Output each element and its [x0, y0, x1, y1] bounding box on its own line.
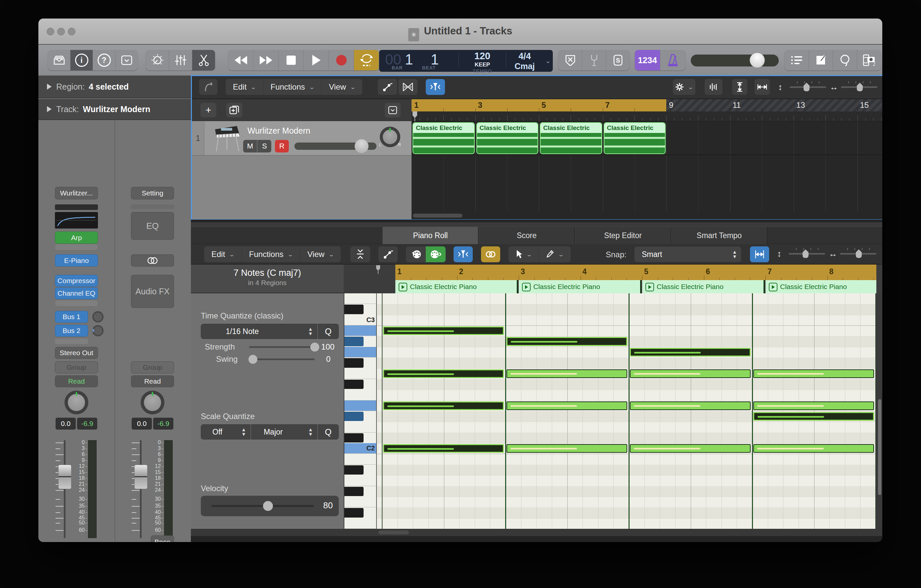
- scale-quantize-apply-button[interactable]: Q: [317, 424, 339, 440]
- velocity-knob[interactable]: [263, 501, 273, 511]
- piano-key-black[interactable]: [344, 357, 377, 368]
- library-button[interactable]: [48, 50, 70, 70]
- piano-key-white[interactable]: [344, 422, 377, 432]
- pan-value[interactable]: 0.0: [55, 418, 76, 430]
- midi-region[interactable]: Classic Electric: [477, 122, 539, 154]
- tracks-horizontal-scrollbar[interactable]: [413, 214, 462, 218]
- piano-key-black[interactable]: [344, 465, 377, 475]
- midi-note[interactable]: [630, 348, 751, 356]
- midi-note[interactable]: [383, 369, 504, 378]
- midi-note[interactable]: [753, 401, 874, 410]
- master-x-button[interactable]: [558, 50, 582, 70]
- midi-note[interactable]: [383, 444, 504, 453]
- time-quantize-dropdown[interactable]: 1/16 Note ▲▼: [201, 324, 317, 339]
- scale-root-dropdown[interactable]: Off ▲▼: [201, 424, 251, 440]
- fader-handle[interactable]: [58, 465, 72, 489]
- midi-note[interactable]: [630, 401, 751, 410]
- notepad-button[interactable]: [809, 50, 833, 70]
- piano-key-white[interactable]: C2: [344, 443, 377, 454]
- patch-name-button[interactable]: Wurlitzer...: [55, 187, 98, 200]
- automation-mode-button[interactable]: Read: [55, 375, 98, 387]
- gain-value[interactable]: -6.9: [77, 418, 97, 430]
- piano-key-white[interactable]: C3: [344, 315, 377, 325]
- piano-key-white[interactable]: [344, 293, 377, 304]
- master-volume-knob[interactable]: [750, 53, 765, 68]
- midi-note[interactable]: [506, 337, 627, 346]
- region-play-icon[interactable]: [399, 283, 407, 291]
- piano-key-black[interactable]: [344, 432, 377, 443]
- tracks-edit-menu[interactable]: Edit⌄: [226, 79, 263, 95]
- tab-score[interactable]: Score: [479, 227, 575, 244]
- pr-catch-playhead-button[interactable]: [454, 246, 473, 262]
- audio-fx-area-button[interactable]: Audio FX: [131, 275, 174, 308]
- midi-note[interactable]: [630, 369, 751, 378]
- piano-key-black-cap[interactable]: [344, 487, 364, 496]
- piano-key-black[interactable]: [344, 486, 377, 497]
- solo-badge-button[interactable]: S: [606, 50, 630, 70]
- record-button[interactable]: [329, 50, 354, 70]
- pr-vertical-scroll-thumb[interactable]: [878, 399, 881, 495]
- track-record-button[interactable]: R: [275, 140, 289, 153]
- region-play-icon[interactable]: [522, 283, 530, 291]
- track-header[interactable]: 1 Wurlitzer Modern M S R L R: [192, 121, 412, 156]
- volume-fader[interactable]: 03691215182124303540455060: [55, 438, 98, 541]
- midi-fx-arpeggiator-button[interactable]: Arp: [55, 232, 98, 244]
- pr-region-header[interactable]: Classic Electric Piano: [642, 280, 765, 293]
- piano-key-black-cap[interactable]: [344, 412, 364, 421]
- midi-note[interactable]: [383, 326, 504, 335]
- track-volume-slider[interactable]: [295, 143, 376, 150]
- piano-key-white[interactable]: [344, 475, 377, 486]
- lcd-mode-chevron[interactable]: ⌄: [543, 50, 553, 72]
- midi-note[interactable]: [753, 369, 874, 378]
- group-button[interactable]: Group: [131, 361, 174, 374]
- pointer-tool-button[interactable]: ⌄: [508, 246, 539, 262]
- track-name[interactable]: Wurlitzer Modern: [247, 126, 310, 136]
- titlebar[interactable]: ✳Untitled 1 - Tracks: [38, 18, 882, 44]
- pr-horizontal-zoom-slider[interactable]: [840, 250, 876, 257]
- piano-key-black[interactable]: [344, 507, 377, 518]
- piano-key-black[interactable]: [344, 304, 377, 315]
- playhead-pin[interactable]: [412, 112, 418, 123]
- tuner-button[interactable]: [582, 50, 606, 70]
- send-bus2-button[interactable]: Bus 2: [55, 325, 88, 337]
- midi-note[interactable]: [383, 401, 504, 410]
- instrument-slot-button[interactable]: E-Piano: [55, 254, 98, 266]
- region-play-icon[interactable]: [646, 283, 654, 291]
- duplicate-track-button[interactable]: [226, 103, 242, 117]
- event-list-button[interactable]: [785, 50, 809, 70]
- vertical-auto-zoom-button[interactable]: [732, 79, 747, 95]
- midi-out-button[interactable]: [406, 246, 426, 262]
- piano-key-white[interactable]: [344, 497, 377, 507]
- automation-mode-button[interactable]: Read: [131, 375, 174, 387]
- rewind-button[interactable]: [228, 50, 254, 70]
- stereo-format-button[interactable]: [131, 254, 174, 266]
- tab-smart-tempo[interactable]: Smart Tempo: [671, 227, 768, 244]
- midi-note[interactable]: [753, 412, 874, 421]
- back-arrow-button[interactable]: [199, 79, 217, 95]
- output-button[interactable]: Stereo Out: [55, 347, 98, 359]
- horizontal-zoom-slider[interactable]: [841, 83, 877, 91]
- media-browser-button[interactable]: ♪: [857, 50, 881, 70]
- automation-button[interactable]: [378, 79, 397, 95]
- send-bus1-button[interactable]: Bus 1: [55, 311, 88, 323]
- pr-edit-menu[interactable]: Edit⌄: [204, 246, 242, 262]
- midi-fx-empty-slot[interactable]: [55, 244, 98, 250]
- piano-key-white[interactable]: [344, 454, 377, 464]
- piano-roll-grid[interactable]: [377, 293, 876, 529]
- swing-knob[interactable]: [249, 355, 257, 364]
- content-catch-button[interactable]: [750, 246, 769, 262]
- piano-key-white[interactable]: [344, 325, 377, 336]
- midi-in-button[interactable]: [426, 246, 446, 262]
- tab-step-editor[interactable]: Step Editor: [575, 227, 671, 244]
- quick-help-button[interactable]: ?: [93, 50, 116, 70]
- disclosure-triangle-icon[interactable]: [47, 106, 52, 112]
- piano-key-black-cap[interactable]: [344, 508, 364, 517]
- audio-fx-slot-2[interactable]: Channel EQ: [55, 288, 98, 299]
- track-volume-knob[interactable]: [355, 139, 369, 153]
- play-button[interactable]: [304, 50, 329, 70]
- cycle-button[interactable]: [354, 50, 379, 70]
- track-mute-button[interactable]: M: [243, 140, 257, 153]
- fader-track[interactable]: [64, 440, 65, 538]
- add-track-button[interactable]: +: [200, 103, 216, 117]
- pr-vertical-zoom-slider[interactable]: [789, 250, 825, 257]
